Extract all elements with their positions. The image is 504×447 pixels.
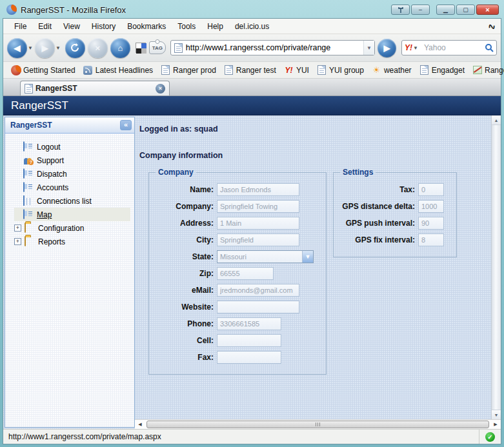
bookmark-weather[interactable]: ☀ weather bbox=[369, 64, 414, 76]
search-input[interactable]: Yahoo bbox=[424, 43, 485, 52]
security-check-icon[interactable]: ✓ bbox=[485, 432, 495, 442]
sidebar-item-label: Map bbox=[37, 210, 52, 219]
extension-swoosh-icon[interactable]: ∿ bbox=[487, 20, 496, 32]
menu-help[interactable]: Help bbox=[201, 20, 229, 33]
getting-started-icon bbox=[11, 65, 21, 75]
menu-bar: File Edit View History Bookmarks Tools H… bbox=[3, 19, 501, 34]
company-label: Company: bbox=[154, 202, 214, 211]
sidebar-item-support[interactable]: ? Support bbox=[14, 154, 134, 167]
menu-file[interactable]: File bbox=[8, 20, 32, 33]
sidebar-item-map[interactable]: Map bbox=[14, 208, 130, 221]
menu-history[interactable]: History bbox=[86, 20, 121, 33]
gps-push-field[interactable] bbox=[418, 217, 444, 230]
sun-icon: ☀ bbox=[372, 65, 381, 75]
sidebar-item-configuration[interactable]: + Configuration bbox=[14, 221, 134, 235]
state-select[interactable]: Missouri ▼ bbox=[217, 250, 314, 263]
bookmark-ranger-wiki[interactable]: Ranger wiki bbox=[470, 64, 504, 76]
form-row-gps-fix: GPS fix interval: bbox=[339, 233, 451, 246]
status-right-panel: ✓ bbox=[479, 430, 501, 444]
menu-edit[interactable]: Edit bbox=[32, 20, 57, 33]
extra-toolbar-button[interactable]: – bbox=[411, 5, 430, 15]
folder-icon bbox=[25, 223, 35, 233]
bookmark-ranger-test[interactable]: Ranger test bbox=[221, 64, 279, 76]
forward-button[interactable]: ▶ bbox=[35, 38, 55, 58]
gps-distance-field[interactable] bbox=[418, 200, 444, 213]
url-bar[interactable]: http://www1.rangersst.com/private/range … bbox=[170, 40, 375, 55]
wrench-button[interactable] bbox=[391, 5, 410, 15]
tab-rangersst[interactable]: RangerSST × bbox=[20, 81, 170, 95]
bookmark-ranger-prod[interactable]: Ranger prod bbox=[158, 64, 219, 76]
page-icon bbox=[224, 65, 234, 75]
maximize-button[interactable]: ▢ bbox=[456, 5, 475, 15]
delicious-icon[interactable] bbox=[136, 43, 146, 53]
menu-bookmarks[interactable]: Bookmarks bbox=[121, 20, 172, 33]
back-dropdown-icon[interactable]: ▼ bbox=[28, 45, 33, 51]
bookmark-label: Latest Headlines bbox=[96, 66, 153, 75]
form-row-gps-push: GPS push interval: bbox=[339, 217, 451, 230]
wrench-icon bbox=[398, 6, 404, 13]
bookmark-latest-headlines[interactable]: Latest Headlines bbox=[81, 64, 156, 76]
scroll-left-icon[interactable]: ◀ bbox=[135, 420, 145, 429]
search-engine-dropdown-icon[interactable]: ▼ bbox=[413, 45, 418, 51]
phone-field[interactable] bbox=[217, 317, 281, 330]
home-button[interactable]: ⌂ bbox=[110, 38, 130, 58]
form-row-state: State: Missouri ▼ bbox=[154, 250, 321, 263]
reload-button[interactable] bbox=[65, 38, 85, 58]
menu-view[interactable]: View bbox=[57, 20, 86, 33]
tag-button[interactable]: TAG bbox=[149, 41, 166, 54]
expand-plus-icon[interactable]: + bbox=[14, 238, 21, 245]
sidebar-item-reports[interactable]: + Reports bbox=[14, 235, 134, 248]
sidebar-item-accounts[interactable]: Accounts bbox=[14, 181, 134, 194]
form-row-zip: Zip: bbox=[154, 267, 321, 280]
scroll-up-icon[interactable]: ▲ bbox=[492, 115, 501, 125]
menu-tools[interactable]: Tools bbox=[172, 20, 201, 33]
sidebar-item-logout[interactable]: Logout bbox=[14, 140, 134, 154]
search-box[interactable]: Y! ▼ Yahoo bbox=[401, 40, 497, 55]
scroll-down-icon[interactable]: ▼ bbox=[492, 410, 501, 419]
email-field[interactable] bbox=[217, 284, 299, 297]
city-field[interactable] bbox=[217, 233, 299, 246]
table-icon bbox=[23, 196, 34, 206]
horizontal-scrollbar[interactable]: ◀ ▶ bbox=[135, 419, 501, 429]
scroll-right-icon[interactable]: ▶ bbox=[490, 420, 501, 429]
back-button[interactable]: ◀ bbox=[7, 38, 27, 58]
minimize-button[interactable]: ▁ bbox=[436, 5, 455, 15]
website-field[interactable] bbox=[217, 301, 299, 313]
sidebar-panel: RangerSST « Logout ? Support bbox=[5, 117, 135, 428]
bookmark-yui-group[interactable]: YUI group bbox=[314, 64, 367, 76]
company-field[interactable] bbox=[217, 200, 299, 213]
bookmark-yui[interactable]: Y! YUI bbox=[281, 64, 312, 76]
close-button[interactable]: × bbox=[476, 5, 499, 15]
cell-label: Cell: bbox=[154, 336, 214, 345]
expand-plus-icon[interactable]: + bbox=[14, 224, 21, 232]
address-field[interactable] bbox=[217, 217, 299, 230]
gps-fix-field[interactable] bbox=[418, 233, 444, 246]
horizontal-scroll-thumb[interactable] bbox=[146, 421, 489, 428]
yahoo-search-icon[interactable]: Y! bbox=[405, 43, 412, 52]
zip-label: Zip: bbox=[154, 269, 214, 278]
search-magnifier-icon[interactable] bbox=[485, 43, 494, 52]
stop-button[interactable]: × bbox=[88, 38, 108, 58]
url-input[interactable]: http://www1.rangersst.com/private/range bbox=[186, 43, 363, 52]
cell-field[interactable] bbox=[217, 334, 281, 347]
vertical-scrollbar[interactable]: ▲ ▼ bbox=[491, 115, 501, 419]
bookmark-engadget[interactable]: Engadget bbox=[417, 64, 467, 76]
tab-close-icon[interactable]: × bbox=[156, 84, 165, 94]
sidebar-item-dispatch[interactable]: Dispatch bbox=[14, 167, 134, 181]
forward-dropdown-icon[interactable]: ▼ bbox=[55, 45, 61, 51]
tax-label: Tax: bbox=[339, 185, 415, 194]
sidebar-item-connections-list[interactable]: Connections list bbox=[14, 194, 134, 208]
tax-field[interactable] bbox=[418, 183, 444, 196]
name-field[interactable] bbox=[217, 183, 299, 196]
menu-delicious[interactable]: del.icio.us bbox=[229, 20, 275, 33]
collapse-sidebar-button[interactable]: « bbox=[120, 120, 132, 130]
zip-field[interactable] bbox=[217, 267, 274, 280]
go-button[interactable]: ▶ bbox=[378, 39, 396, 57]
url-history-dropdown[interactable]: ▼ bbox=[363, 41, 374, 55]
gps-distance-label: GPS distance delta: bbox=[339, 202, 415, 211]
bookmark-getting-started[interactable]: Getting Started bbox=[8, 64, 78, 76]
fax-field[interactable] bbox=[217, 351, 281, 364]
chevron-down-icon[interactable]: ▼ bbox=[302, 251, 313, 263]
page-icon bbox=[317, 65, 327, 75]
form-row-email: eMail: bbox=[154, 284, 321, 297]
